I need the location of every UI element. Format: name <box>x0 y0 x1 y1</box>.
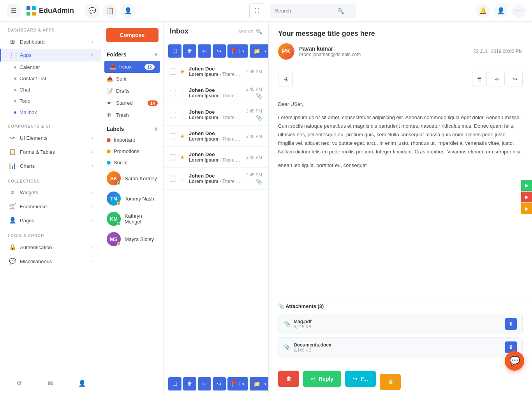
label-social[interactable]: Social <box>101 157 163 168</box>
contact-tommy[interactable]: TN Tommy Nash <box>101 188 163 209</box>
authentication-label: Authentication <box>20 244 88 250</box>
folder-inbox[interactable]: 📥 Inbox 12 <box>104 61 160 73</box>
mail-checkbox-0[interactable] <box>170 69 176 75</box>
reply-action-btn[interactable]: ↩ <box>490 72 505 86</box>
sidebar-item-dashboard[interactable]: ⊞ Dashboard › <box>0 35 101 49</box>
reply-btn-toolbar[interactable]: ↩ <box>198 44 211 58</box>
mail-checkbox-1[interactable] <box>170 90 176 96</box>
mail-star-2[interactable]: ☆ <box>180 112 185 118</box>
sidebar-sub-contact-list[interactable]: Contact List <box>14 73 101 84</box>
flag-btn[interactable]: 🚩 ▾ <box>227 44 248 58</box>
mail-checkbox-3[interactable] <box>170 133 176 139</box>
delete-reply-btn[interactable]: 🗑 <box>278 371 299 387</box>
sidebar-item-forms-tables[interactable]: 📋 Forms & Tables › <box>0 145 101 159</box>
mail-star-5[interactable]: ☆ <box>180 176 185 182</box>
float-orange-btn[interactable]: ▶ <box>521 203 532 214</box>
reply-bottom-btn[interactable]: ↩ <box>198 377 211 390</box>
sidebar-item-authentication[interactable]: 🔒 Authentication › <box>0 240 101 254</box>
user-icon-btn[interactable]: 👤 <box>494 4 508 18</box>
folder-trash[interactable]: 🗑 Trash <box>101 109 163 121</box>
labels-collapse-icon[interactable]: ∧ <box>154 126 158 132</box>
folder-icon-b: 📁 <box>254 381 260 387</box>
sidebar-item-ecommerce[interactable]: 🛒 Ecommerce › <box>0 199 101 213</box>
float-red-btn[interactable]: ▶ <box>521 192 532 202</box>
folder-starred[interactable]: ★ Starred 14 <box>101 97 163 109</box>
select-all-bottom-btn[interactable]: ☐ <box>168 377 181 390</box>
message-actions-top: 🖨 🗑 ↩ ↪ <box>269 66 532 92</box>
chat-icon-btn[interactable]: 💬 <box>85 4 100 18</box>
sidebar-bottom-gear[interactable]: ⚙ <box>6 376 32 390</box>
sidebar-sub-calendar[interactable]: Calendar <box>14 62 101 73</box>
sidebar-item-apps[interactable]: ⋮⋮ Apps ∨ <box>0 49 101 62</box>
mail-checkbox-4[interactable] <box>170 154 176 160</box>
mail-search-icon[interactable]: 🔍 <box>256 28 262 34</box>
sidebar-item-charts[interactable]: 📊 Charts › <box>0 159 101 173</box>
label-important[interactable]: Important <box>101 134 163 146</box>
mail-star-0[interactable]: ★ <box>180 69 185 75</box>
mail-item-0[interactable]: ★ Johen Doe Lorem Ipsum - There are many… <box>164 61 268 82</box>
promotions-dot <box>107 150 111 153</box>
mail-preview-4: Lorem Ipsum - There are many variations … <box>189 157 242 163</box>
hamburger-menu[interactable]: ☰ <box>6 4 21 18</box>
folder-drafts[interactable]: 📝 Drafts <box>101 85 163 97</box>
mail-checkbox-5[interactable] <box>170 176 176 182</box>
table-icon-btn[interactable]: 📋 <box>103 4 118 18</box>
folder-btn[interactable]: 📁 ▾ <box>250 44 268 58</box>
search-input[interactable] <box>275 8 337 14</box>
sender-name: Pavan kumar <box>299 46 469 52</box>
fab-button[interactable]: 💬 <box>505 351 524 371</box>
profile-icon-btn[interactable]: 👤 <box>121 4 136 18</box>
folder-sent[interactable]: 📤 Sent <box>101 73 163 85</box>
mail-item-1[interactable]: ☆ Johen Doe Lorem Ipsum - There are many… <box>164 82 268 104</box>
mail-item-3[interactable]: ★ Johen Doe Lorem Ipsum - There are many… <box>164 126 268 147</box>
reply-button[interactable]: ↩ Reply <box>303 371 341 387</box>
select-all-btn[interactable]: ☐ <box>168 44 181 58</box>
mail-from-5: Johen Doe <box>189 173 242 179</box>
float-green-btn[interactable]: ▶ <box>521 180 532 191</box>
notification-icon-btn[interactable]: 🔔 <box>476 4 490 18</box>
sidebar-sub-todo[interactable]: Todo <box>14 95 101 107</box>
delete-action-btn[interactable]: 🗑 <box>472 72 487 86</box>
message-header: Your message title goes here PK Pavan ku… <box>269 22 532 66</box>
sidebar-item-widgets[interactable]: ≡ Widgets › <box>0 186 101 199</box>
important-dot <box>107 138 111 142</box>
sidebar-sub-mailbox[interactable]: Mailbox <box>14 107 101 118</box>
sidebar-item-pages[interactable]: 👤 Pages › <box>0 213 101 227</box>
fullscreen-btn[interactable]: ⛶ <box>249 4 264 18</box>
mail-star-4[interactable]: ★ <box>180 154 185 160</box>
mail-star-1[interactable]: ☆ <box>180 90 185 96</box>
mail-item-body-2: Johen Doe Lorem Ipsum - There are many v… <box>189 109 242 120</box>
sidebar-item-ui-elements[interactable]: ✏ UI Elements › <box>0 131 101 145</box>
folders-collapse-icon[interactable]: ∧ <box>154 51 158 58</box>
forward-bottom-btn[interactable]: ↪ <box>213 377 226 390</box>
delete-btn[interactable]: 🗑 <box>183 44 196 58</box>
mail-item-4[interactable]: ★ Johen Doe Lorem Ipsum - There are many… <box>164 147 268 168</box>
attachment-size: 5,215 KB <box>294 324 312 329</box>
mail-item-2[interactable]: ☆ Johen Doe Lorem Ipsum - There are many… <box>164 104 268 126</box>
print-btn-bottom[interactable]: 🖨 <box>380 374 401 390</box>
sidebar-item-miscellaneous[interactable]: 💬 Miscellaneous › <box>0 254 101 268</box>
mail-item-5[interactable]: ☆ Johen Doe Lorem Ipsum - There are many… <box>164 168 268 190</box>
more-icon-btn[interactable]: ⋯ <box>512 4 526 18</box>
mail-checkbox-2[interactable] <box>170 112 176 118</box>
mail-star-3[interactable]: ★ <box>180 133 185 139</box>
compose-button[interactable]: Compose <box>106 28 159 42</box>
label-promotions[interactable]: Promotions <box>101 146 163 157</box>
sidebar-sub-chat[interactable]: Chat <box>14 84 101 95</box>
contact-sarah[interactable]: SK Sarah Kortney <box>101 168 163 188</box>
print-action-btn[interactable]: 🖨 <box>278 72 293 86</box>
download-mag-btn[interactable]: ⬇ <box>505 318 517 330</box>
flag-bottom-btn[interactable]: 🚩 ▾ <box>227 377 248 390</box>
forward-button[interactable]: ↪ F... <box>345 371 376 387</box>
forward-action-btn[interactable]: ↪ <box>508 72 523 86</box>
delete-bottom-btn[interactable]: 🗑 <box>183 377 196 390</box>
forward-btn[interactable]: ↪ <box>213 44 226 58</box>
sidebar-bottom-user[interactable]: 👤 <box>69 376 95 390</box>
starred-icon: ★ <box>107 100 113 106</box>
topnav-toolbar-icons: 💬 📋 👤 <box>85 4 136 18</box>
kathryn-name: Kathryn Mengel <box>125 213 158 225</box>
folder-bottom-btn[interactable]: 📁 ▾ <box>250 377 268 390</box>
contact-kathryn[interactable]: KM Kathryn Mengel <box>101 209 163 229</box>
contact-mayra[interactable]: MS Mayra Sibley <box>101 229 163 249</box>
sidebar-bottom-mail[interactable]: ✉ <box>38 376 63 390</box>
